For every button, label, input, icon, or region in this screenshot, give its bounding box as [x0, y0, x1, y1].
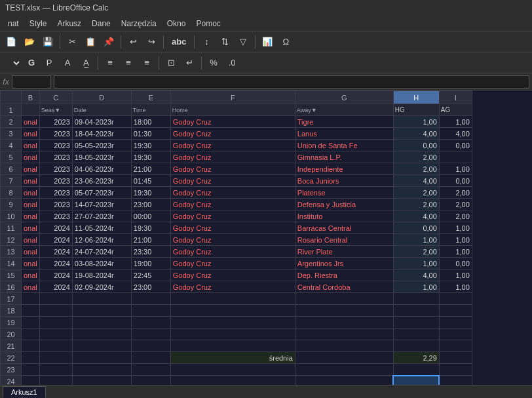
cell-season-14[interactable]: 2024	[39, 258, 72, 269]
cell-away-2[interactable]: Tigre	[295, 116, 393, 128]
filter-home[interactable]: Home	[170, 104, 295, 116]
save-btn[interactable]: 💾	[39, 34, 56, 50]
cell-nation-15[interactable]: onal	[22, 269, 40, 281]
cell-away-12[interactable]: Rosario Central	[295, 234, 393, 246]
undo-btn[interactable]: ↩	[124, 34, 142, 50]
srednia-empty-2[interactable]	[72, 352, 131, 364]
empty-cell-r19-c3[interactable]	[131, 317, 170, 328]
sort-asc-btn[interactable]: ↕	[198, 34, 215, 50]
cell-ag-3[interactable]: 4,00	[439, 128, 472, 140]
cell-hg-9[interactable]: 2,00	[393, 199, 439, 210]
cell-season-5[interactable]: 2023	[39, 151, 72, 163]
time-filter-btn[interactable]: Time	[133, 107, 146, 113]
filter-away[interactable]: Away▼	[295, 104, 393, 116]
empty-cell-r23-c7[interactable]	[439, 364, 472, 376]
empty-cell-r19-c6[interactable]	[393, 317, 439, 328]
open-btn[interactable]: 📂	[21, 34, 38, 50]
cell-nation-16[interactable]: onal	[22, 281, 40, 293]
empty-cell-r17-c4[interactable]	[170, 293, 295, 305]
format-num-btn[interactable]: %	[205, 55, 222, 71]
cell-away-13[interactable]: River Plate	[295, 246, 393, 258]
cell-ag-16[interactable]: 1,00	[439, 281, 472, 293]
cell-home-5[interactable]: Godoy Cruz	[170, 151, 295, 163]
empty-cell-r21-c7[interactable]	[439, 340, 472, 352]
cell-season-6[interactable]: 2023	[39, 163, 72, 175]
empty-cell-r18-c0[interactable]	[22, 305, 40, 317]
srednia-label-cell[interactable]: średnia	[170, 352, 295, 364]
cell-ag-7[interactable]: 0,00	[439, 175, 472, 187]
cell-ag-15[interactable]: 1,00	[439, 269, 472, 281]
home-filter-btn[interactable]: Home	[172, 107, 188, 113]
filter-time[interactable]: Time	[131, 104, 170, 116]
cell-hg-8[interactable]: 2,00	[393, 187, 439, 199]
srednia-empty-1[interactable]	[39, 352, 72, 364]
empty-cell-r23-c2[interactable]	[72, 364, 131, 376]
empty-cell-r20-c4[interactable]	[170, 328, 295, 340]
cell-home-2[interactable]: Godoy Cruz	[170, 116, 295, 128]
cell-time-6[interactable]: 21:00	[131, 163, 170, 175]
sheet-tab-1[interactable]: Arkusz1	[3, 386, 46, 398]
font-size-select[interactable]	[3, 55, 22, 71]
cell-date-6[interactable]: 04-06-2023r	[72, 163, 131, 175]
cell-ag-10[interactable]: 2,00	[439, 210, 472, 222]
empty-cell-r17-c7[interactable]	[439, 293, 472, 305]
empty-cell-r19-c5[interactable]	[295, 317, 393, 328]
empty-cell-r20-c5[interactable]	[295, 328, 393, 340]
empty-cell-r18-c7[interactable]	[439, 305, 472, 317]
cell-nation-14[interactable]: onal	[22, 258, 40, 269]
cell-nation-12[interactable]: onal	[22, 234, 40, 246]
cell-nation-10[interactable]: onal	[22, 210, 40, 222]
empty-cell-r20-c2[interactable]	[72, 328, 131, 340]
empty-cell-r18-c4[interactable]	[170, 305, 295, 317]
cell-ag-13[interactable]: 1,00	[439, 246, 472, 258]
empty-cell-r23-c5[interactable]	[295, 364, 393, 376]
empty-cell-r21-c5[interactable]	[295, 340, 393, 352]
cell-away-15[interactable]: Dep. Riestra	[295, 269, 393, 281]
cell-nation-8[interactable]: onal	[22, 187, 40, 199]
empty-cell-r18-c2[interactable]	[72, 305, 131, 317]
season-filter-btn[interactable]: Seas▼	[41, 107, 60, 113]
menu-item-narzędzia[interactable]: Narzędzia	[116, 18, 162, 30]
srednia-empty-3[interactable]	[131, 352, 170, 364]
cell-ag-9[interactable]: 2,00	[439, 199, 472, 210]
cell-ag-8[interactable]: 2,00	[439, 187, 472, 199]
col-header-I[interactable]: I	[439, 91, 472, 104]
cell-season-7[interactable]: 2023	[39, 175, 72, 187]
empty-cell-r18-c3[interactable]	[131, 305, 170, 317]
new-btn[interactable]: 📄	[3, 34, 20, 50]
filter-ag[interactable]: AG	[439, 104, 472, 116]
cell-nation-5[interactable]: onal	[22, 151, 40, 163]
menu-item-dane[interactable]: Dane	[86, 18, 116, 30]
col-header-C[interactable]: C	[39, 91, 72, 104]
empty-cell-r17-c0[interactable]	[22, 293, 40, 305]
cell-home-16[interactable]: Godoy Cruz	[170, 281, 295, 293]
cell-home-8[interactable]: Godoy Cruz	[170, 187, 295, 199]
cell-date-7[interactable]: 23-06-2023r	[72, 175, 131, 187]
font-color-btn[interactable]: A	[59, 55, 76, 71]
date-filter-btn[interactable]: Date	[74, 107, 86, 113]
menu-item-pomoc[interactable]: Pomoc	[191, 18, 225, 30]
cell-date-10[interactable]: 27-07-2023r	[72, 210, 131, 222]
cell-season-13[interactable]: 2024	[39, 246, 72, 258]
menu-item-okno[interactable]: Okno	[162, 18, 191, 30]
active-row-cell-4[interactable]	[170, 376, 295, 386]
align-right-btn[interactable]: ≡	[138, 55, 155, 71]
paste-btn[interactable]: 📌	[100, 34, 117, 50]
cell-season-4[interactable]: 2023	[39, 140, 72, 151]
cell-season-3[interactable]: 2023	[39, 128, 72, 140]
empty-cell-r18-c5[interactable]	[295, 305, 393, 317]
cell-home-3[interactable]: Godoy Cruz	[170, 128, 295, 140]
srednia-empty-0[interactable]	[22, 352, 40, 364]
cell-date-13[interactable]: 24-07-2024r	[72, 246, 131, 258]
bold-btn[interactable]: G	[24, 55, 39, 71]
cell-home-12[interactable]: Godoy Cruz	[170, 234, 295, 246]
decimal-inc-btn[interactable]: .0	[223, 55, 240, 71]
cell-season-8[interactable]: 2023	[39, 187, 72, 199]
filter-hg[interactable]: HG	[393, 104, 439, 116]
cell-season-9[interactable]: 2023	[39, 199, 72, 210]
col-header-E[interactable]: E	[131, 91, 170, 104]
cell-away-5[interactable]: Gimnasia L.P.	[295, 151, 393, 163]
empty-cell-r19-c4[interactable]	[170, 317, 295, 328]
cell-nation-3[interactable]: onal	[22, 128, 40, 140]
cell-away-6[interactable]: Independiente	[295, 163, 393, 175]
